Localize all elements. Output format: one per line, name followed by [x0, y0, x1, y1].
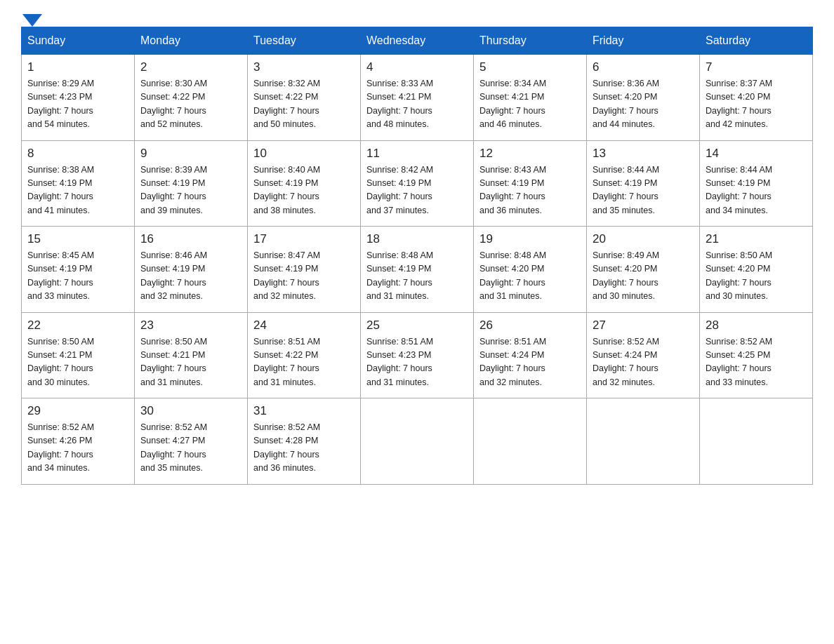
- day-info: Sunrise: 8:46 AMSunset: 4:19 PMDaylight:…: [140, 250, 207, 301]
- day-info: Sunrise: 8:44 AMSunset: 4:19 PMDaylight:…: [593, 165, 659, 215]
- day-number: 2: [140, 60, 241, 74]
- day-number: 17: [253, 232, 355, 246]
- day-info: Sunrise: 8:50 AMSunset: 4:21 PMDaylight:…: [27, 337, 94, 387]
- day-number: 9: [140, 147, 241, 161]
- day-info: Sunrise: 8:33 AMSunset: 4:21 PMDaylight:…: [366, 79, 433, 129]
- day-number: 28: [706, 318, 807, 333]
- day-info: Sunrise: 8:52 AMSunset: 4:25 PMDaylight:…: [706, 337, 772, 387]
- day-info: Sunrise: 8:40 AMSunset: 4:19 PMDaylight:…: [253, 165, 320, 215]
- day-number: 20: [593, 232, 694, 246]
- calendar-cell: 21 Sunrise: 8:50 AMSunset: 4:20 PMDaylig…: [700, 227, 813, 313]
- calendar-cell: 13 Sunrise: 8:44 AMSunset: 4:19 PMDaylig…: [587, 140, 700, 227]
- calendar-cell: 31 Sunrise: 8:52 AMSunset: 4:28 PMDaylig…: [248, 398, 361, 485]
- calendar-cell: 14 Sunrise: 8:44 AMSunset: 4:19 PMDaylig…: [700, 140, 813, 227]
- calendar-cell: 2 Sunrise: 8:30 AMSunset: 4:22 PMDayligh…: [135, 55, 248, 141]
- day-number: 23: [140, 318, 241, 333]
- calendar-week-row: 29 Sunrise: 8:52 AMSunset: 4:26 PMDaylig…: [22, 398, 813, 485]
- calendar-week-row: 22 Sunrise: 8:50 AMSunset: 4:21 PMDaylig…: [22, 312, 813, 398]
- day-number: 18: [366, 232, 468, 246]
- day-info: Sunrise: 8:48 AMSunset: 4:19 PMDaylight:…: [366, 250, 433, 301]
- calendar-cell: 27 Sunrise: 8:52 AMSunset: 4:24 PMDaylig…: [587, 312, 700, 398]
- calendar-cell: 7 Sunrise: 8:37 AMSunset: 4:20 PMDayligh…: [700, 55, 813, 141]
- calendar-cell: 25 Sunrise: 8:51 AMSunset: 4:23 PMDaylig…: [361, 312, 474, 398]
- col-header-friday: Friday: [587, 27, 700, 55]
- day-info: Sunrise: 8:49 AMSunset: 4:20 PMDaylight:…: [593, 250, 659, 301]
- day-number: 8: [27, 147, 128, 161]
- day-info: Sunrise: 8:32 AMSunset: 4:22 PMDaylight:…: [253, 79, 320, 129]
- calendar-cell: 9 Sunrise: 8:39 AMSunset: 4:19 PMDayligh…: [135, 140, 248, 227]
- calendar-cell: 20 Sunrise: 8:49 AMSunset: 4:20 PMDaylig…: [587, 227, 700, 313]
- day-info: Sunrise: 8:47 AMSunset: 4:19 PMDaylight:…: [253, 250, 320, 301]
- day-info: Sunrise: 8:52 AMSunset: 4:27 PMDaylight:…: [140, 422, 207, 473]
- day-number: 6: [593, 60, 694, 74]
- day-number: 1: [27, 60, 128, 74]
- day-number: 24: [253, 318, 355, 333]
- calendar-cell: 16 Sunrise: 8:46 AMSunset: 4:19 PMDaylig…: [135, 227, 248, 313]
- day-number: 30: [140, 404, 241, 418]
- calendar-cell: [361, 398, 474, 485]
- day-info: Sunrise: 8:30 AMSunset: 4:22 PMDaylight:…: [140, 79, 207, 129]
- day-info: Sunrise: 8:45 AMSunset: 4:19 PMDaylight:…: [27, 250, 94, 301]
- day-number: 11: [366, 147, 468, 161]
- day-number: 13: [593, 147, 694, 161]
- day-info: Sunrise: 8:52 AMSunset: 4:24 PMDaylight:…: [593, 337, 659, 387]
- day-info: Sunrise: 8:37 AMSunset: 4:20 PMDaylight:…: [706, 79, 772, 129]
- calendar-cell: 23 Sunrise: 8:50 AMSunset: 4:21 PMDaylig…: [135, 312, 248, 398]
- day-number: 25: [366, 318, 468, 333]
- calendar-table: SundayMondayTuesdayWednesdayThursdayFrid…: [21, 27, 813, 485]
- calendar-cell: 5 Sunrise: 8:34 AMSunset: 4:21 PMDayligh…: [474, 55, 587, 141]
- day-number: 5: [479, 60, 581, 74]
- day-info: Sunrise: 8:39 AMSunset: 4:19 PMDaylight:…: [140, 165, 207, 215]
- day-number: 14: [706, 147, 807, 161]
- calendar-cell: 11 Sunrise: 8:42 AMSunset: 4:19 PMDaylig…: [361, 140, 474, 227]
- col-header-tuesday: Tuesday: [248, 27, 361, 55]
- calendar-week-row: 1 Sunrise: 8:29 AMSunset: 4:23 PMDayligh…: [22, 55, 813, 141]
- calendar-cell: 1 Sunrise: 8:29 AMSunset: 4:23 PMDayligh…: [22, 55, 135, 141]
- day-info: Sunrise: 8:42 AMSunset: 4:19 PMDaylight:…: [366, 165, 433, 215]
- calendar-cell: 17 Sunrise: 8:47 AMSunset: 4:19 PMDaylig…: [248, 227, 361, 313]
- col-header-monday: Monday: [135, 27, 248, 55]
- calendar-cell: 4 Sunrise: 8:33 AMSunset: 4:21 PMDayligh…: [361, 55, 474, 141]
- calendar-week-row: 8 Sunrise: 8:38 AMSunset: 4:19 PMDayligh…: [22, 140, 813, 227]
- day-info: Sunrise: 8:43 AMSunset: 4:19 PMDaylight:…: [479, 165, 546, 215]
- calendar-cell: 12 Sunrise: 8:43 AMSunset: 4:19 PMDaylig…: [474, 140, 587, 227]
- day-info: Sunrise: 8:50 AMSunset: 4:21 PMDaylight:…: [140, 337, 207, 387]
- calendar-cell: 6 Sunrise: 8:36 AMSunset: 4:20 PMDayligh…: [587, 55, 700, 141]
- day-info: Sunrise: 8:34 AMSunset: 4:21 PMDaylight:…: [479, 79, 546, 129]
- calendar-cell: 28 Sunrise: 8:52 AMSunset: 4:25 PMDaylig…: [700, 312, 813, 398]
- day-info: Sunrise: 8:38 AMSunset: 4:19 PMDaylight:…: [27, 165, 94, 215]
- calendar-cell: 24 Sunrise: 8:51 AMSunset: 4:22 PMDaylig…: [248, 312, 361, 398]
- col-header-wednesday: Wednesday: [361, 27, 474, 55]
- page-header: [21, 14, 813, 20]
- day-number: 31: [253, 404, 355, 418]
- day-info: Sunrise: 8:50 AMSunset: 4:20 PMDaylight:…: [706, 250, 772, 301]
- day-number: 4: [366, 60, 468, 74]
- logo-arrow-icon: [22, 14, 42, 27]
- calendar-week-row: 15 Sunrise: 8:45 AMSunset: 4:19 PMDaylig…: [22, 227, 813, 313]
- calendar-cell: 22 Sunrise: 8:50 AMSunset: 4:21 PMDaylig…: [22, 312, 135, 398]
- calendar-cell: 26 Sunrise: 8:51 AMSunset: 4:24 PMDaylig…: [474, 312, 587, 398]
- calendar-cell: 19 Sunrise: 8:48 AMSunset: 4:20 PMDaylig…: [474, 227, 587, 313]
- calendar-header-row: SundayMondayTuesdayWednesdayThursdayFrid…: [22, 27, 813, 55]
- calendar-cell: 18 Sunrise: 8:48 AMSunset: 4:19 PMDaylig…: [361, 227, 474, 313]
- day-info: Sunrise: 8:29 AMSunset: 4:23 PMDaylight:…: [27, 79, 94, 129]
- col-header-thursday: Thursday: [474, 27, 587, 55]
- day-info: Sunrise: 8:44 AMSunset: 4:19 PMDaylight:…: [706, 165, 772, 215]
- day-number: 19: [479, 232, 581, 246]
- col-header-sunday: Sunday: [22, 27, 135, 55]
- day-number: 27: [593, 318, 694, 333]
- day-number: 7: [706, 60, 807, 74]
- day-info: Sunrise: 8:52 AMSunset: 4:26 PMDaylight:…: [27, 422, 94, 473]
- calendar-cell: [474, 398, 587, 485]
- calendar-cell: [700, 398, 813, 485]
- calendar-cell: 30 Sunrise: 8:52 AMSunset: 4:27 PMDaylig…: [135, 398, 248, 485]
- day-number: 12: [479, 147, 581, 161]
- day-info: Sunrise: 8:48 AMSunset: 4:20 PMDaylight:…: [479, 250, 546, 301]
- calendar-cell: 3 Sunrise: 8:32 AMSunset: 4:22 PMDayligh…: [248, 55, 361, 141]
- calendar-cell: 29 Sunrise: 8:52 AMSunset: 4:26 PMDaylig…: [22, 398, 135, 485]
- day-number: 21: [706, 232, 807, 246]
- day-info: Sunrise: 8:51 AMSunset: 4:23 PMDaylight:…: [366, 337, 433, 387]
- day-info: Sunrise: 8:36 AMSunset: 4:20 PMDaylight:…: [593, 79, 659, 129]
- day-number: 29: [27, 404, 128, 418]
- calendar-cell: 10 Sunrise: 8:40 AMSunset: 4:19 PMDaylig…: [248, 140, 361, 227]
